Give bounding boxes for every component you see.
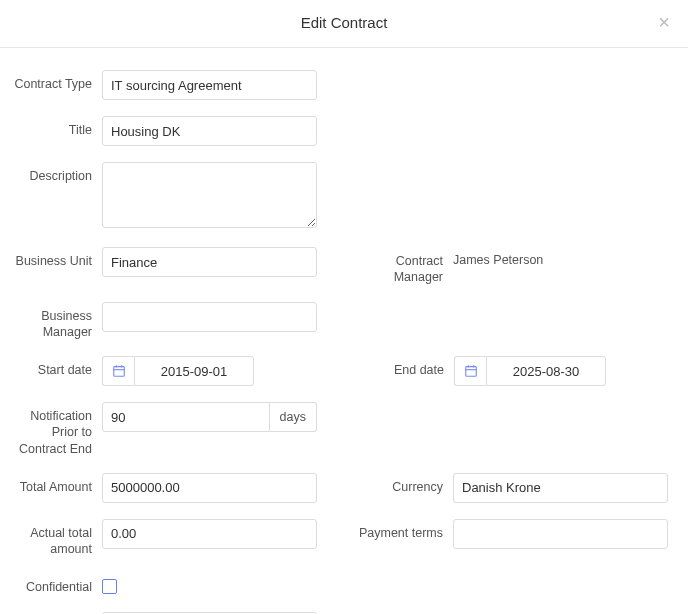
actual-total-amount-input[interactable] <box>102 519 317 549</box>
description-textarea[interactable] <box>102 162 317 228</box>
modal-title: Edit Contract <box>301 14 388 31</box>
actual-total-amount-label: Actual total amount <box>2 519 102 558</box>
currency-input[interactable] <box>453 473 668 503</box>
end-date-label: End date <box>354 356 454 378</box>
contract-type-input[interactable] <box>102 70 317 100</box>
calendar-icon[interactable] <box>102 356 134 386</box>
description-label: Description <box>2 162 102 184</box>
title-label: Title <box>2 116 102 138</box>
notification-prior-label: Notification Prior to Contract End <box>2 402 102 457</box>
edit-contract-modal: Edit Contract × Contract Type Title <box>0 0 688 614</box>
total-amount-label: Total Amount <box>2 473 102 495</box>
currency-label: Currency <box>353 473 453 495</box>
svg-rect-4 <box>465 367 476 377</box>
contract-manager-label: Contract Manager <box>353 247 453 286</box>
end-date-input[interactable] <box>486 356 606 386</box>
total-amount-input[interactable] <box>102 473 317 503</box>
contract-type-label: Contract Type <box>2 70 102 92</box>
days-suffix: days <box>270 402 317 432</box>
start-date-input[interactable] <box>134 356 254 386</box>
notification-days-input[interactable] <box>102 402 270 432</box>
modal-body: Contract Type Title Description <box>0 48 688 614</box>
start-date-label: Start date <box>2 356 102 378</box>
business-manager-label: Business Manager <box>2 302 102 341</box>
close-button[interactable]: × <box>652 10 676 34</box>
payment-terms-label: Payment terms <box>353 519 453 541</box>
svg-rect-0 <box>113 367 124 377</box>
confidential-checkbox[interactable] <box>102 579 117 594</box>
business-unit-input[interactable] <box>102 247 317 277</box>
calendar-icon[interactable] <box>454 356 486 386</box>
modal-header: Edit Contract × <box>0 0 688 48</box>
title-input[interactable] <box>102 116 317 146</box>
confidential-label: Confidential <box>2 573 102 595</box>
business-manager-input[interactable] <box>102 302 317 332</box>
contract-manager-value: James Peterson <box>453 247 543 267</box>
business-unit-label: Business Unit <box>2 247 102 269</box>
payment-terms-input[interactable] <box>453 519 668 549</box>
